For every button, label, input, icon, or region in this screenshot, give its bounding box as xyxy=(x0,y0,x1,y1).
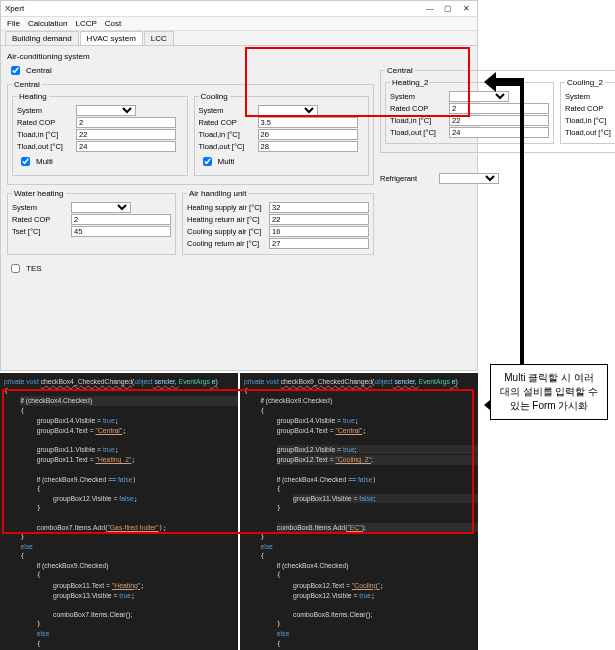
ahu-hs[interactable] xyxy=(269,202,369,213)
section-ac: Air-conditioning system xyxy=(7,52,374,61)
checkbox-tes[interactable]: TES xyxy=(7,261,374,276)
minimize-button[interactable]: — xyxy=(423,4,437,14)
code-area: private void checkBox4_CheckedChanged(ob… xyxy=(0,373,478,650)
heating2-cop[interactable] xyxy=(449,103,549,114)
form-body: Air-conditioning system Central Central … xyxy=(1,46,477,370)
connector-line xyxy=(520,82,524,366)
arrow-top-icon xyxy=(484,72,524,92)
heating-tin[interactable] xyxy=(76,129,176,140)
cooling-system-select[interactable] xyxy=(258,105,318,116)
code-pane-left: private void checkBox4_CheckedChanged(ob… xyxy=(0,373,238,650)
cooling-tin[interactable] xyxy=(258,129,358,140)
menu-calculation[interactable]: Calculation xyxy=(28,19,68,28)
group-heating2: Heating_2 System Rated COP Tload,in [°C]… xyxy=(385,78,554,144)
group-heating: Heating System Rated COP Tload,in [°C] T… xyxy=(12,92,188,176)
refrigerant-label: Refrigerant xyxy=(380,174,435,183)
heating2-system-select[interactable] xyxy=(449,91,509,102)
menu-cost[interactable]: Cost xyxy=(105,19,121,28)
titlebar: Xpert — ▢ ✕ xyxy=(1,1,477,17)
group-water-heating: Water heating System Rated COP Tset [°C] xyxy=(7,189,176,255)
group-cooling: Cooling System Rated COP Tload,in [°C] T… xyxy=(194,92,370,176)
checkbox-central-input[interactable] xyxy=(11,66,20,75)
app-window: Xpert — ▢ ✕ File Calculation LCCP Cost B… xyxy=(0,0,478,371)
group-central: Central Heating System Rated COP Tload,i… xyxy=(7,80,374,185)
checkbox-heating-multi[interactable] xyxy=(21,157,30,166)
maximize-button[interactable]: ▢ xyxy=(441,4,455,14)
checkbox-cooling-multi[interactable] xyxy=(203,157,212,166)
menu-file[interactable]: File xyxy=(7,19,20,28)
ahu-cs[interactable] xyxy=(269,226,369,237)
menubar: File Calculation LCCP Cost xyxy=(1,17,477,31)
code-pane-right: private void checkBox9_CheckedChanged(ob… xyxy=(240,373,478,650)
heating2-tin[interactable] xyxy=(449,115,549,126)
ahu-cr[interactable] xyxy=(269,238,369,249)
menu-lccp[interactable]: LCCP xyxy=(75,19,96,28)
heating2-tout[interactable] xyxy=(449,127,549,138)
annotation-label: Multi 클릭할 시 여러 대의 설비를 입력할 수 있는 Form 가시화 xyxy=(490,364,608,420)
wh-cop[interactable] xyxy=(71,214,171,225)
ahu-hr[interactable] xyxy=(269,214,369,225)
wh-system-select[interactable] xyxy=(71,202,131,213)
window-buttons: — ▢ ✕ xyxy=(423,4,473,14)
heating-system-select[interactable] xyxy=(76,105,136,116)
tab-building-demand[interactable]: Building demand xyxy=(5,31,79,45)
checkbox-central[interactable]: Central xyxy=(7,63,374,78)
wh-tset[interactable] xyxy=(71,226,171,237)
heating-tout[interactable] xyxy=(76,141,176,152)
heating-cop[interactable] xyxy=(76,117,176,128)
close-button[interactable]: ✕ xyxy=(459,4,473,14)
group-cooling2: Cooling_2 System Rated COP Tload,in [°C]… xyxy=(560,78,615,144)
checkbox-tes-input[interactable] xyxy=(11,264,20,273)
tab-bar: Building demand HVAC system LCC xyxy=(1,31,477,46)
group-ahu: Air handling unit Heating supply air [°C… xyxy=(182,189,374,255)
tab-hvac-system[interactable]: HVAC system xyxy=(80,31,143,45)
refrigerant-select[interactable] xyxy=(439,173,499,184)
cooling-cop[interactable] xyxy=(258,117,358,128)
tab-lcc[interactable]: LCC xyxy=(144,31,174,45)
window-title: Xpert xyxy=(5,4,24,13)
left-column: Air-conditioning system Central Central … xyxy=(7,52,374,278)
cooling-tout[interactable] xyxy=(258,141,358,152)
